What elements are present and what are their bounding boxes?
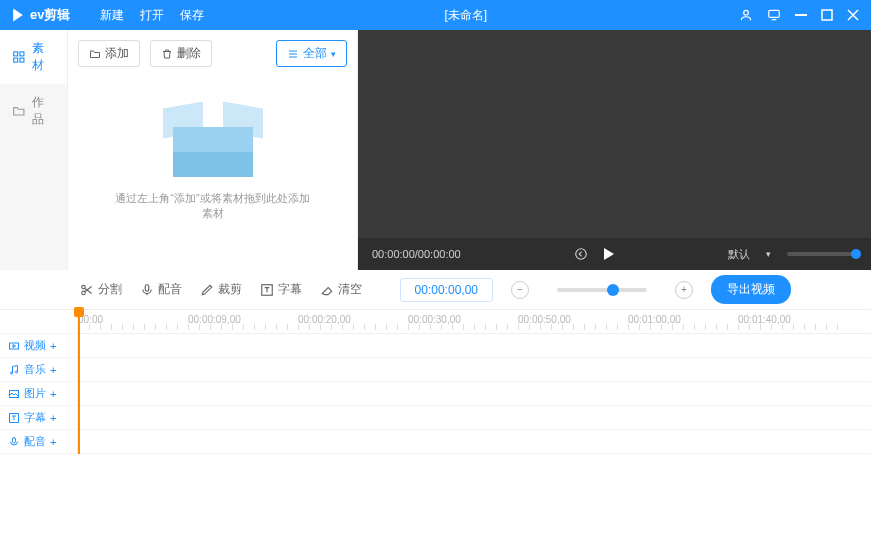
menu-save[interactable]: 保存 — [180, 7, 204, 24]
track-row[interactable] — [78, 382, 871, 406]
add-button[interactable]: 添加 — [78, 40, 140, 67]
svg-point-0 — [744, 10, 749, 15]
mic-icon — [140, 283, 154, 297]
plus-icon: + — [50, 388, 56, 400]
pencil-icon — [200, 283, 214, 297]
subtitle-button[interactable]: 字幕 — [260, 281, 302, 298]
folder-icon — [12, 104, 26, 118]
zoom-in-button[interactable]: + — [675, 281, 693, 299]
track-image[interactable]: 图片+ — [0, 382, 77, 406]
svg-rect-2 — [822, 10, 832, 20]
zoom-out-button[interactable]: − — [511, 281, 529, 299]
play-icon — [10, 7, 26, 23]
plus-icon: + — [50, 364, 56, 376]
text-icon — [8, 412, 20, 424]
timeline-zoom-slider[interactable] — [557, 288, 647, 292]
plus-icon: + — [50, 436, 56, 448]
eraser-icon — [320, 283, 334, 297]
list-icon — [287, 48, 299, 60]
delete-button[interactable]: 删除 — [150, 40, 212, 67]
svg-rect-3 — [14, 52, 18, 56]
track-voice[interactable]: 配音+ — [0, 430, 77, 454]
playhead[interactable] — [78, 310, 80, 454]
titlebar: ev剪辑 新建 打开 保存 [未命名] — [0, 0, 871, 30]
user-icon[interactable] — [739, 8, 753, 22]
export-button[interactable]: 导出视频 — [711, 275, 791, 304]
crop-button[interactable]: 裁剪 — [200, 281, 242, 298]
tab-label: 素材 — [32, 40, 55, 74]
plus-icon: + — [50, 340, 56, 352]
clear-button[interactable]: 清空 — [320, 281, 362, 298]
svg-point-13 — [11, 372, 13, 374]
preview-screen[interactable] — [358, 30, 871, 238]
media-panel: 添加 删除 全部 ▾ 通过左上角“添加”或将素材拖到此处添加素材 — [68, 30, 358, 270]
menu-open[interactable]: 打开 — [140, 7, 164, 24]
text-icon — [260, 283, 274, 297]
side-tabs: 素材 作品 — [0, 30, 68, 270]
mic-icon — [8, 436, 20, 448]
box-illustration — [163, 97, 263, 177]
plus-icon: + — [50, 412, 56, 424]
tab-works[interactable]: 作品 — [0, 84, 67, 138]
empty-state: 通过左上角“添加”或将素材拖到此处添加素材 — [113, 97, 313, 221]
app-logo: ev剪辑 — [0, 6, 80, 24]
close-icon[interactable] — [847, 9, 859, 21]
svg-point-14 — [16, 371, 18, 373]
svg-rect-5 — [14, 58, 18, 62]
svg-rect-17 — [13, 437, 16, 443]
tab-media[interactable]: 素材 — [0, 30, 67, 84]
scissors-icon — [80, 283, 94, 297]
panel-toolbar: 添加 删除 全部 ▾ — [78, 40, 347, 67]
svg-rect-4 — [20, 52, 24, 56]
music-icon — [8, 364, 20, 376]
svg-rect-10 — [145, 284, 149, 290]
ruler-spacer — [0, 310, 77, 334]
timeline-timecode[interactable]: 00:00:00,00 — [400, 278, 493, 302]
filter-dropdown[interactable]: 全部 ▾ — [276, 40, 347, 67]
minimize-icon[interactable] — [795, 14, 807, 16]
time-ruler[interactable]: 00:00 00:00:09,00 00:00:20,00 00:00:30,0… — [78, 310, 871, 334]
track-subtitle[interactable]: 字幕+ — [0, 406, 77, 430]
top-area: 素材 作品 添加 删除 全部 ▾ — [0, 30, 871, 270]
tab-label: 作品 — [32, 94, 55, 128]
preview-area: 00:00:00/00:00:00 默认 ▾ — [358, 30, 871, 270]
menu-new[interactable]: 新建 — [100, 7, 124, 24]
svg-rect-12 — [10, 343, 19, 349]
track-music[interactable]: 音乐+ — [0, 358, 77, 382]
preview-controls: 00:00:00/00:00:00 默认 ▾ — [358, 238, 871, 270]
track-row[interactable] — [78, 430, 871, 454]
prev-frame-icon[interactable] — [574, 247, 588, 261]
track-video[interactable]: 视频+ — [0, 334, 77, 358]
svg-rect-1 — [769, 10, 780, 17]
trash-icon — [161, 48, 173, 60]
chevron-down-icon: ▾ — [331, 49, 336, 59]
track-headers: 视频+ 音乐+ 图片+ 字幕+ 配音+ — [0, 310, 78, 454]
document-title: [未命名] — [204, 7, 727, 24]
maximize-icon[interactable] — [821, 9, 833, 21]
brand-text: ev剪辑 — [30, 6, 70, 24]
image-icon — [8, 388, 20, 400]
track-row[interactable] — [78, 406, 871, 430]
timeline: 视频+ 音乐+ 图片+ 字幕+ 配音+ 00:00 00:00:09,00 00… — [0, 310, 871, 454]
empty-hint: 通过左上角“添加”或将素材拖到此处添加素材 — [113, 191, 313, 221]
grid-icon — [12, 50, 26, 64]
folder-add-icon — [89, 48, 101, 60]
video-icon — [8, 340, 20, 352]
svg-rect-6 — [20, 58, 24, 62]
zoom-slider[interactable] — [787, 252, 857, 256]
feedback-icon[interactable] — [767, 8, 781, 22]
split-button[interactable]: 分割 — [80, 281, 122, 298]
svg-point-7 — [576, 249, 587, 260]
play-button[interactable] — [604, 248, 614, 260]
main-menu: 新建 打开 保存 — [100, 7, 204, 24]
chevron-down-icon: ▾ — [766, 249, 771, 259]
voice-button[interactable]: 配音 — [140, 281, 182, 298]
quality-label[interactable]: 默认 — [728, 247, 750, 262]
track-area[interactable]: 00:00 00:00:09,00 00:00:20,00 00:00:30,0… — [78, 310, 871, 454]
track-row[interactable] — [78, 334, 871, 358]
track-row[interactable] — [78, 358, 871, 382]
preview-timecode: 00:00:00/00:00:00 — [372, 248, 461, 260]
edit-toolbar: 分割 配音 裁剪 字幕 清空 00:00:00,00 − + 导出视频 — [0, 270, 871, 310]
window-controls — [727, 8, 871, 22]
